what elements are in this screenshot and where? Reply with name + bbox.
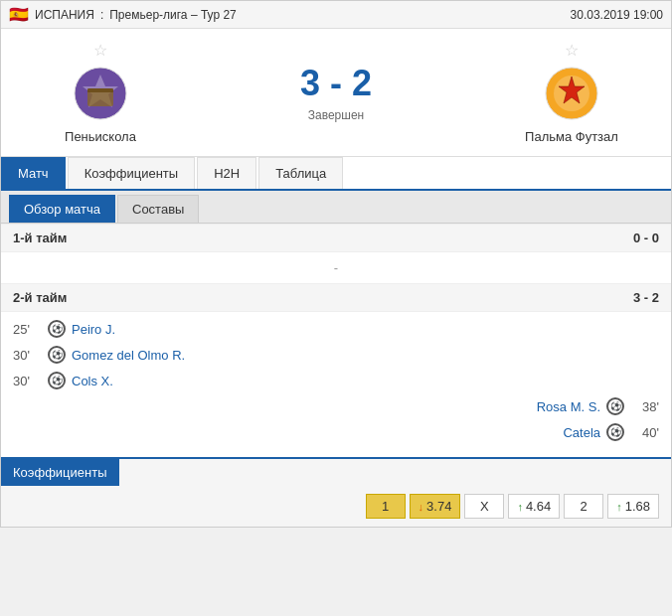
event-time: 38' [624,399,659,414]
sub-tabs: Обзор матча Составы [1,191,671,224]
arrow-up-icon: ↑ [517,501,523,513]
coefficients-label: Коэффициенты [13,465,107,480]
coeff-box-374[interactable]: ↓ 3.74 [410,494,461,519]
tab-coefficients[interactable]: Коэффициенты [68,157,196,189]
home-star-icon[interactable]: ☆ [93,41,107,60]
arrow-down-icon: ↓ [419,501,424,513]
coeff-box-1[interactable]: 1 [366,494,406,519]
coeff-box-2[interactable]: 2 [564,494,603,519]
sub-tab-squads[interactable]: Составы [117,195,199,223]
coefficients-row: 1 ↓ 3.74 X ↑ 4.64 2 ↑ 1.68 [1,486,671,527]
second-half-header: 2-й тайм 3 - 2 [1,283,671,312]
first-half-events: - [1,252,671,283]
second-half-label: 2-й тайм [13,290,67,305]
event-player: Peiro J. [72,322,115,337]
main-tabs: Матч Коэффициенты Н2Н Таблица [1,156,671,191]
match-status: Завершен [308,108,364,122]
coeff-value-464: 4.64 [526,499,551,514]
second-half-score: 3 - 2 [633,290,659,305]
event-time: 30' [13,374,48,388]
away-star-icon[interactable]: ☆ [565,41,579,60]
away-team-logo [542,64,601,123]
arrow-up-icon-2: ↑ [616,501,622,513]
coefficients-header: Коэффициенты [1,459,119,486]
flag-icon: 🇪🇸 [9,5,29,24]
league-separator: : [100,8,103,22]
first-half-section: 1-й тайм 0 - 0 - [1,224,671,283]
event-player: Rosa M. S. [537,399,600,414]
goal-icon: ⚽ [48,346,66,364]
coeff-box-168[interactable]: ↑ 1.68 [607,494,659,519]
event-player: Gomez del Olmo R. [72,348,185,363]
coeff-value-168: 1.68 [625,499,650,514]
coefficients-section: Коэффициенты 1 ↓ 3.74 X ↑ 4.64 2 [1,457,671,527]
coeff-box-464[interactable]: ↑ 4.64 [508,494,560,519]
first-half-score: 0 - 0 [633,231,659,245]
second-half-section: 2-й тайм 3 - 2 25' ⚽ Peiro J. 30' ⚽ Gome… [1,283,671,449]
away-team-name: Пальма Футзал [525,129,618,144]
event-player: Cols X. [72,374,113,388]
match-score: 3 - 2 [300,63,372,104]
home-team-name: Пеньискола [65,129,136,144]
coeff-label-2: 2 [581,499,588,514]
tab-h2h[interactable]: Н2Н [197,157,256,189]
sub-tab-overview[interactable]: Обзор матча [9,195,115,223]
header-bar: 🇪🇸 ИСПАНИЯ : Премьер-лига – Тур 27 30.03… [1,1,671,29]
event-time: 40' [624,425,659,440]
match-container: 🇪🇸 ИСПАНИЯ : Премьер-лига – Тур 27 30.03… [0,0,672,528]
home-team: ☆ Пеньискола [21,41,180,144]
event-player: Catela [563,425,600,440]
coeff-value-374: 3.74 [426,499,451,514]
goal-icon: ⚽ [606,423,624,441]
league-info: ИСПАНИЯ [35,8,94,22]
tab-table[interactable]: Таблица [258,157,343,189]
second-half-events: 25' ⚽ Peiro J. 30' ⚽ Gomez del Olmo R. 3… [1,312,671,449]
event-time: 25' [13,322,48,337]
coeff-label-1: 1 [382,499,389,514]
match-info: ☆ Пеньискола 3 - 2 Завершен ☆ [1,29,671,156]
coeff-box-x[interactable]: X [464,494,504,519]
league-name: Премьер-лига – Тур 27 [109,8,237,22]
match-content: 1-й тайм 0 - 0 - 2-й тайм 3 - 2 25' ⚽ Pe… [1,224,671,449]
event-row: 25' ⚽ Peiro J. [1,316,671,342]
header-left: 🇪🇸 ИСПАНИЯ : Премьер-лига – Тур 27 [9,5,237,24]
first-half-label: 1-й тайм [13,231,67,245]
away-team: ☆ Пальма Футзал [492,41,651,144]
home-team-logo [71,64,130,123]
goal-icon: ⚽ [48,320,66,338]
first-half-separator: - [1,256,671,279]
first-half-header: 1-й тайм 0 - 0 [1,224,671,252]
match-datetime: 30.03.2019 19:00 [571,8,663,22]
event-row-away: Rosa M. S. ⚽ 38' [1,393,671,419]
score-center: 3 - 2 Завершен [300,63,372,122]
coeff-label-x: X [480,499,489,514]
goal-icon: ⚽ [48,372,66,389]
goal-icon: ⚽ [606,397,624,415]
svg-rect-3 [87,88,113,92]
event-row-away: Catela ⚽ 40' [1,419,671,445]
event-row: 30' ⚽ Cols X. [1,368,671,393]
event-time: 30' [13,348,48,363]
tab-match[interactable]: Матч [1,157,66,189]
event-row: 30' ⚽ Gomez del Olmo R. [1,342,671,368]
